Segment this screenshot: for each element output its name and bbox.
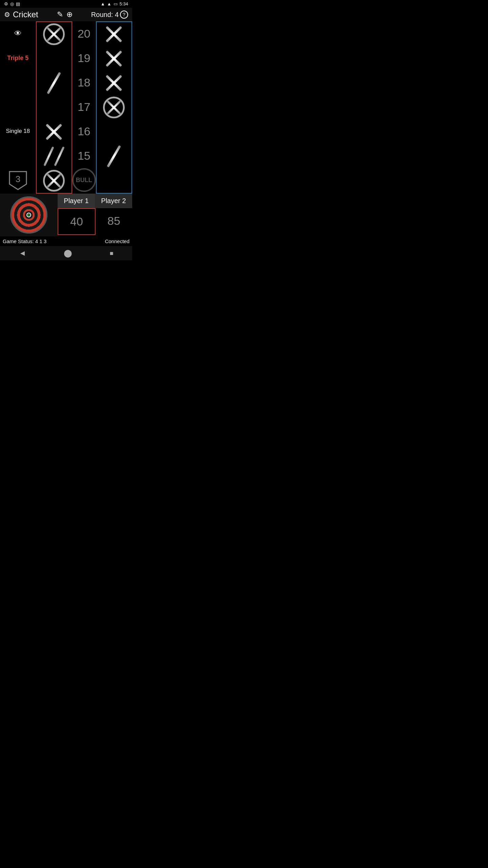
- status-icons-left: ⚙ ◎ ▤: [4, 1, 20, 6]
- number-17: 17: [72, 95, 96, 119]
- add-icon[interactable]: ⊕: [66, 10, 73, 19]
- bull-circle: BULL: [72, 168, 96, 192]
- nav-home-button[interactable]: ⬤: [64, 249, 72, 258]
- help-icon[interactable]: ?: [120, 11, 128, 19]
- single-label-row: Single 18: [0, 119, 36, 143]
- player2-score-value: 85: [107, 214, 120, 227]
- slash-icon-p1-18: [43, 72, 65, 94]
- settings-icon: ⚙: [4, 1, 8, 6]
- player1-label[interactable]: Player 1: [58, 194, 95, 208]
- badge-row: 3: [0, 168, 36, 192]
- x-icon-p1-16: [45, 123, 63, 141]
- player1-mark-bull[interactable]: [37, 169, 72, 193]
- player2-column[interactable]: [96, 21, 132, 194]
- x-icon-p2-19: [105, 50, 123, 68]
- number-label-19: 19: [78, 52, 90, 65]
- left-sidebar: 👁 Triple 5 Single 18 3: [0, 21, 36, 194]
- player2-label[interactable]: Player 2: [95, 194, 132, 208]
- app-title: Cricket: [13, 10, 38, 19]
- header-right: Round: 4 ?: [91, 11, 128, 19]
- player1-mark-16[interactable]: [37, 120, 72, 144]
- player1-column[interactable]: [36, 21, 72, 194]
- circle-icon: ◎: [10, 1, 14, 6]
- header-settings-icon[interactable]: ⚙: [4, 11, 10, 19]
- player2-mark-15[interactable]: [97, 144, 131, 169]
- connection-status: Connected: [105, 238, 129, 244]
- eye-icon: 👁: [14, 29, 22, 38]
- header: ⚙ Cricket ✎ ⊕ Round: 4 ?: [0, 8, 132, 21]
- header-left: ⚙ Cricket: [4, 10, 38, 19]
- player1-mark-19[interactable]: [37, 46, 72, 71]
- player2-mark-bull[interactable]: [97, 169, 131, 193]
- nav-back-button[interactable]: ◄: [19, 249, 26, 258]
- number-bull: BULL: [72, 168, 96, 192]
- circle-x-icon-p2-17: [103, 97, 125, 118]
- sdcard-icon: ▤: [16, 1, 20, 6]
- player1-mark-15[interactable]: [37, 144, 72, 169]
- eye-row: 👁: [0, 21, 36, 46]
- game-container: 👁 Triple 5 Single 18 3: [0, 21, 132, 194]
- number-20: 20: [72, 21, 96, 46]
- header-center: ✎ ⊕: [57, 10, 73, 19]
- player1-score[interactable]: 40: [58, 208, 96, 235]
- number-19: 19: [72, 46, 96, 70]
- player-names-row: Player 1 Player 2 40 85: [0, 194, 132, 236]
- number-label-17: 17: [78, 100, 90, 114]
- player2-name: Player 2: [101, 197, 126, 204]
- player1-mark-17[interactable]: [37, 95, 72, 120]
- player2-mark-20[interactable]: [97, 22, 131, 46]
- badge-shape: 3: [8, 170, 28, 190]
- round-label: Round: 4: [91, 11, 119, 19]
- status-bar: ⚙ ◎ ▤ ▲ ▲ ▭ 5:34: [0, 0, 132, 8]
- number-label-15: 15: [78, 149, 90, 162]
- number-16: 16: [72, 119, 96, 143]
- x-icon-p2-20: [105, 25, 123, 43]
- badge-3: 3: [8, 170, 28, 190]
- player2-mark-18[interactable]: [97, 71, 131, 95]
- dartboard-center: [26, 213, 31, 217]
- scores-section: Player 1 Player 2 40 85: [58, 194, 132, 236]
- edit-icon[interactable]: ✎: [57, 10, 63, 19]
- double-slash-p1-15: [42, 145, 66, 167]
- player2-mark-19[interactable]: [97, 46, 131, 71]
- status-icons-right: ▲ ▲ ▭ 5:34: [101, 1, 128, 6]
- triple-label-row: Triple 5: [0, 46, 36, 70]
- time: 5:34: [120, 1, 128, 6]
- dartboard: [10, 196, 47, 234]
- single-label: Single 18: [6, 128, 30, 135]
- number-15: 15: [72, 143, 96, 168]
- x-icon-p2-18: [105, 74, 123, 92]
- player2-mark-16[interactable]: [97, 120, 131, 144]
- player-labels: Player 1 Player 2: [58, 194, 132, 208]
- nav-bar: ◄ ⬤ ■: [0, 246, 132, 260]
- game-status: Game Status: 4 1 3: [3, 238, 46, 244]
- triple-label: Triple 5: [7, 55, 28, 62]
- number-18: 18: [72, 70, 96, 95]
- circle-x-icon-p1-20: [43, 23, 65, 45]
- circle-x-icon-p1-bull: [43, 170, 65, 192]
- slash-icon-p2-15: [103, 145, 125, 167]
- svg-text:3: 3: [16, 174, 20, 184]
- number-label-20: 20: [78, 27, 90, 40]
- bull-label: BULL: [76, 177, 92, 184]
- bottom-status: Game Status: 4 1 3 Connected: [0, 236, 132, 246]
- player-scores: 40 85: [58, 208, 132, 235]
- number-label-16: 16: [78, 125, 90, 138]
- player1-name: Player 1: [64, 197, 88, 204]
- wifi-icon: ▲: [101, 1, 105, 6]
- player2-score[interactable]: 85: [96, 208, 132, 235]
- dartboard-cell: [0, 194, 58, 236]
- number-label-18: 18: [78, 76, 90, 89]
- player1-mark-18[interactable]: [37, 71, 72, 95]
- battery-icon: ▭: [114, 1, 118, 6]
- player1-mark-20[interactable]: [37, 22, 72, 46]
- nav-square-button[interactable]: ■: [110, 250, 114, 257]
- player2-mark-17[interactable]: [97, 95, 131, 120]
- player1-score-value: 40: [70, 215, 83, 228]
- numbers-column: 20 19 18 17 16 15 BULL: [72, 21, 96, 194]
- signal-icon: ▲: [107, 1, 111, 6]
